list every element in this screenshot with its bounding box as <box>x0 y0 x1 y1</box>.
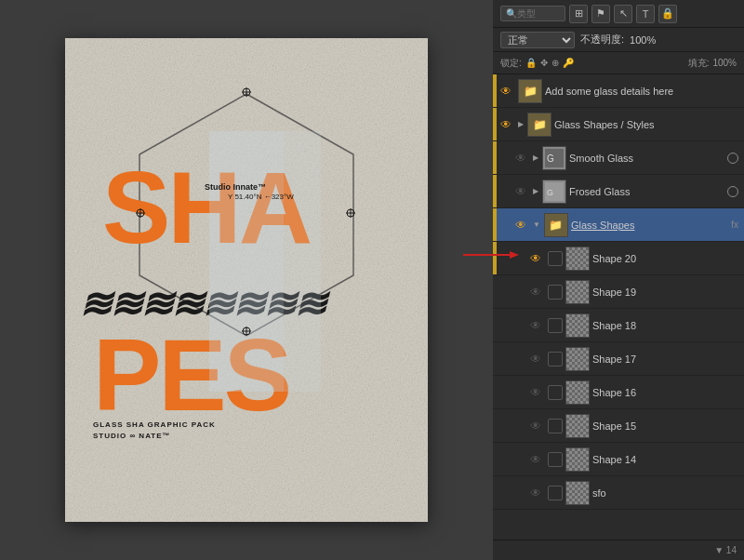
eye-icon[interactable]: 👁 <box>526 283 545 301</box>
yellow-bar <box>493 141 497 174</box>
layers-list: 👁 📁 Add some glass details here 👁 ▶ 📁 Gl… <box>493 74 744 540</box>
artwork-container: SHA ≋≋≋≋≋≋≋≋ PES <box>65 38 428 522</box>
search-icon: 🔍 <box>506 8 517 19</box>
layer-name: Shape 20 <box>592 253 740 264</box>
eye-icon[interactable]: 👁 <box>526 350 545 368</box>
layer-circle <box>727 153 738 164</box>
top-toolbar: 🔍 ⊞ ⚑ ↖ T 🔒 <box>493 0 744 28</box>
layer-sfo[interactable]: 👁 sfo <box>493 476 744 510</box>
layer-glass-shapes[interactable]: 👁 ▼ 📁 Glass Shapes fx <box>493 208 744 242</box>
layer-thumb: G <box>542 146 566 170</box>
checkbox[interactable] <box>548 352 563 367</box>
svg-marker-25 <box>510 251 519 259</box>
layer-frosed-glass[interactable]: 👁 ▶ G Frosed Glass <box>493 175 744 208</box>
grid-icon-btn[interactable]: ⊞ <box>569 5 588 23</box>
layer-thumb <box>565 414 590 438</box>
anchor-icon[interactable]: ⊕ <box>551 58 559 68</box>
layer-shape-15[interactable]: 👁 Shape 15 <box>493 409 744 443</box>
checkbox[interactable] <box>548 452 563 467</box>
layer-thumb <box>565 481 590 505</box>
eye-icon[interactable]: 👁 <box>526 249 545 268</box>
layer-thumb: 📁 <box>527 113 551 137</box>
layer-name: Glass Shapes / Styles <box>554 119 740 130</box>
bottom-bar: ▼ 14 <box>493 540 744 560</box>
eye-icon[interactable]: 👁 <box>512 149 530 167</box>
layer-shape-14[interactable]: 👁 Shape 14 <box>493 443 744 476</box>
yellow-bar <box>493 208 497 241</box>
eye-icon[interactable]: 👁 <box>526 417 545 435</box>
canvas-area: SHA ≋≋≋≋≋≋≋≋ PES <box>0 0 493 560</box>
yellow-bar <box>493 74 497 107</box>
layer-shape-18[interactable]: 👁 Shape 18 <box>493 309 744 342</box>
checkbox[interactable] <box>548 285 563 300</box>
layer-name: Shape 18 <box>592 320 740 331</box>
eye-icon[interactable]: 👁 <box>526 316 545 335</box>
eye-icon[interactable]: 👁 <box>497 82 515 100</box>
layer-shape-17[interactable]: 👁 Shape 17 <box>493 342 744 376</box>
opacity-label: 不透明度: <box>580 33 624 47</box>
lock-icon-2[interactable]: 🔑 <box>563 58 574 68</box>
folder-arrow: ▶ <box>533 187 538 195</box>
svg-rect-6 <box>209 131 284 392</box>
layer-count: ▼ 14 <box>714 545 737 555</box>
layer-name: Shape 17 <box>592 353 740 365</box>
fill-label: 填充: <box>688 57 710 70</box>
eye-icon[interactable]: 👁 <box>512 182 530 201</box>
layer-name: Shape 19 <box>592 287 740 298</box>
yellow-bar <box>493 175 497 207</box>
search-input[interactable] <box>517 8 559 19</box>
checkbox[interactable] <box>548 486 563 500</box>
layer-name: sfo <box>592 487 740 499</box>
eye-icon[interactable]: 👁 <box>497 115 515 134</box>
text-icon-btn[interactable]: T <box>636 5 655 23</box>
layer-thumb <box>565 447 590 472</box>
lock-icon-1[interactable]: 🔒 <box>525 58 537 68</box>
fill-value: 100% <box>712 58 737 68</box>
layer-name: Shape 15 <box>592 420 740 432</box>
layer-thumb: G <box>542 180 566 204</box>
panels-area: 🔍 ⊞ ⚑ ↖ T 🔒 正常 不透明度: 100% 锁定: 🔒 ✥ ⊕ 🔑 填充… <box>493 0 744 560</box>
svg-text:Studio Innate™: Studio Innate™ <box>205 182 266 192</box>
checkbox[interactable] <box>548 419 563 433</box>
search-box[interactable]: 🔍 <box>500 6 565 21</box>
fx-badge: fx <box>731 220 738 230</box>
layer-thumb <box>565 280 590 304</box>
svg-text:GLASS SHA     GRAPHIC PACK: GLASS SHA GRAPHIC PACK <box>93 420 216 429</box>
eye-icon[interactable]: 👁 <box>526 383 545 402</box>
checkbox[interactable] <box>548 385 563 400</box>
layer-thumb: 📁 <box>518 79 542 103</box>
layer-name: Add some glass details here <box>545 86 740 97</box>
layer-glass-shapes-styles[interactable]: 👁 ▶ 📁 Glass Shapes / Styles <box>493 108 744 141</box>
eye-icon[interactable]: 👁 <box>526 450 545 469</box>
layer-glass-details[interactable]: 👁 📁 Add some glass details here <box>493 74 744 108</box>
svg-text:G: G <box>547 188 553 197</box>
move-icon[interactable]: ✥ <box>540 58 548 68</box>
lock-row-label: 锁定: <box>500 57 522 70</box>
opacity-value: 100% <box>630 34 656 46</box>
svg-text:Y 51.40°N  ←323°W: Y 51.40°N ←323°W <box>228 193 294 201</box>
layer-thumb <box>565 247 590 271</box>
checkbox[interactable] <box>548 318 563 333</box>
folder-arrow: ▶ <box>518 120 524 128</box>
checkbox[interactable] <box>548 251 563 266</box>
layer-shape-20[interactable]: 👁 Shape 20 <box>493 242 744 275</box>
blend-mode-select[interactable]: 正常 <box>500 32 575 48</box>
cursor-icon-btn[interactable]: ↖ <box>614 5 632 23</box>
layer-shape-19[interactable]: 👁 Shape 19 <box>493 275 744 309</box>
flag-icon-btn[interactable]: ⚑ <box>591 5 610 23</box>
layer-name: Shape 14 <box>592 454 740 465</box>
layer-thumb <box>565 380 590 405</box>
folder-arrow: ▶ <box>533 153 538 162</box>
eye-icon[interactable]: 👁 <box>526 484 545 502</box>
layer-smooth-glass[interactable]: 👁 ▶ G Smooth Glass <box>493 141 744 175</box>
layer-circle <box>727 186 738 197</box>
arrow-indicator <box>463 249 519 260</box>
yellow-bar <box>493 108 497 140</box>
svg-text:STUDIO ∞ NATE™: STUDIO ∞ NATE™ <box>93 432 171 440</box>
layer-shape-16[interactable]: 👁 Shape 16 <box>493 376 744 409</box>
lock-row: 锁定: 🔒 ✥ ⊕ 🔑 填充: 100% <box>493 52 744 74</box>
eye-icon[interactable]: 👁 <box>512 216 530 234</box>
layer-name: Glass Shapes <box>571 220 728 231</box>
lock-icon-btn[interactable]: 🔒 <box>658 5 677 23</box>
folder-arrow: ▼ <box>533 220 540 229</box>
